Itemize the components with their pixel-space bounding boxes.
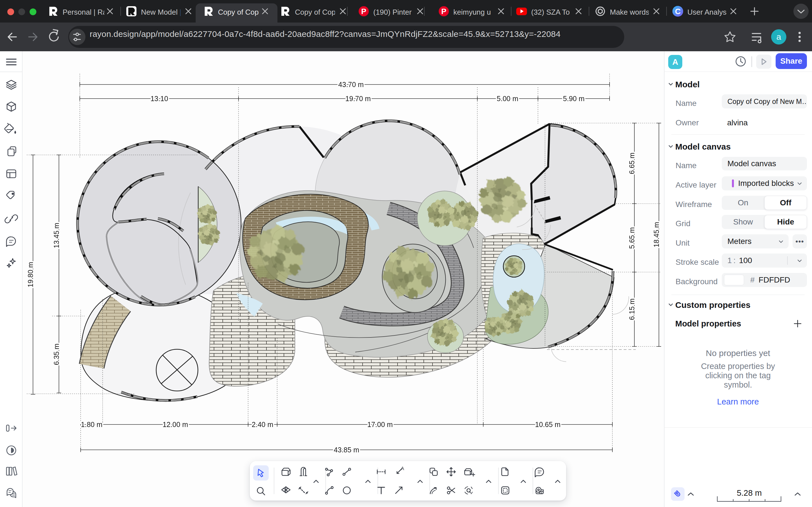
svg-text:10.65 m: 10.65 m (535, 420, 560, 429)
svg-text:43.85 m: 43.85 m (334, 446, 359, 454)
svg-text:2.40 m: 2.40 m (252, 420, 273, 429)
svg-text:17.00 m: 17.00 m (367, 420, 393, 429)
svg-text:A: A (401, 466, 404, 471)
svg-text:1.80 m: 1.80 m (81, 420, 102, 429)
svg-text:6.35 m: 6.35 m (52, 344, 60, 365)
svg-text:5.65 m: 5.65 m (628, 227, 636, 249)
svg-text:19.70 m: 19.70 m (345, 95, 371, 103)
svg-text:5.90 m: 5.90 m (563, 95, 585, 103)
svg-text:6.65 m: 6.65 m (628, 153, 636, 174)
svg-text:19.80 m: 19.80 m (27, 262, 35, 287)
svg-text:18.45 m: 18.45 m (652, 222, 660, 247)
svg-text:5.00 m: 5.00 m (497, 95, 518, 103)
svg-text:P: P (361, 7, 366, 16)
svg-text:C: C (675, 7, 680, 16)
svg-text:a: a (776, 32, 781, 41)
svg-text:13.45 m: 13.45 m (52, 223, 60, 248)
svg-text:43.70 m: 43.70 m (338, 80, 364, 89)
svg-text:13.10: 13.10 (151, 95, 168, 103)
svg-text:12.00 m: 12.00 m (163, 420, 188, 429)
svg-text:6.15 m: 6.15 m (628, 298, 636, 320)
svg-text:P: P (441, 7, 446, 16)
